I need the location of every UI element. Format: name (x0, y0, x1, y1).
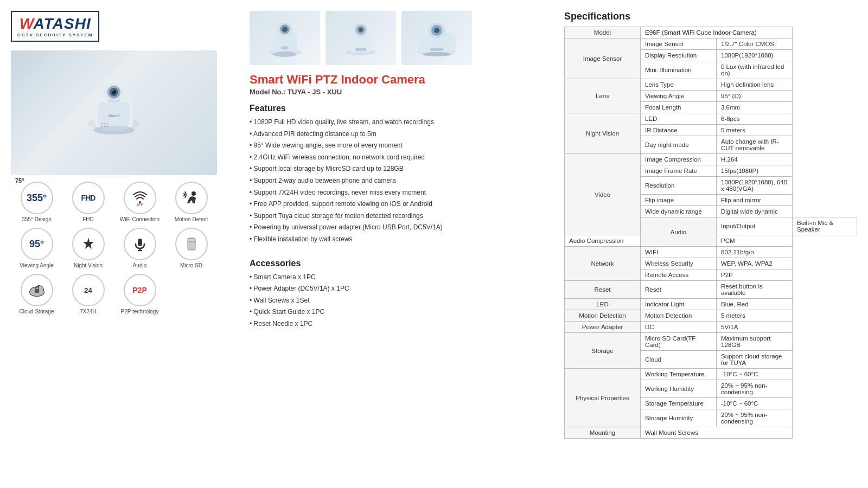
svg-point-8 (112, 90, 113, 92)
feature-11: Flexible installation by wall screws (250, 234, 553, 246)
spec-val-phys1: -10°C ~ 60°C (717, 369, 793, 380)
svg-rect-57 (430, 48, 443, 51)
spec-cat-video: Video (565, 154, 641, 235)
product-thumb-3 (401, 11, 472, 65)
spec-cat-led: LED (565, 299, 641, 310)
specs-table: Model E96F (Smart WiFi Cube Indoor Camer… (564, 27, 857, 439)
spec-val-mounting: Wall Mount Screws (641, 427, 793, 439)
spec-row-imagesensor1: Image Sensor Image Sensor 1/2.7" Color C… (565, 38, 857, 50)
feature-icons-row3: Cloud Storage 24 7X24H P2P P2P technolog… (11, 274, 239, 314)
spec-val-night2: 5 meters (717, 125, 793, 136)
spec-val-night1: 6-8pcs (717, 113, 793, 125)
icon-cloud-circle (21, 274, 53, 306)
spec-val-lens2: 95° (D) (717, 91, 793, 102)
svg-text:Atashi: Atashi (107, 114, 120, 118)
feature-item-7x24: 24 7X24H (62, 274, 114, 314)
spec-cat-mounting: Mounting (565, 427, 641, 439)
spec-val-video5: Digital wide dynamic (717, 206, 793, 217)
main-camera-image: Atashi (11, 50, 217, 175)
spec-val-motion: 5 meters (717, 310, 793, 322)
svg-text:Wi-Fi: Wi-Fi (136, 203, 143, 206)
spec-sub-phys4: Storage Humidity (641, 409, 717, 427)
svg-point-56 (434, 28, 436, 30)
spec-sub-night3: Day night mode (641, 136, 717, 154)
feature-8: Free APP provided, support remote viewin… (250, 198, 553, 210)
label-p2p: P2P technology (121, 309, 159, 314)
label-355: 355° Design (22, 216, 52, 222)
feature-item-95: 95° Viewing Angle (11, 228, 62, 268)
icon-fhd: FHD (81, 194, 95, 202)
feature-6: Support 2-way audio between phone and ca… (250, 175, 553, 187)
accessory-5: Reset Needle x 1PC (250, 318, 553, 330)
spec-cat-storage: Storage (565, 333, 641, 369)
svg-rect-21 (138, 239, 142, 246)
feature-10: Powering by universal power adapter (Mic… (250, 222, 553, 234)
svg-marker-20 (83, 237, 94, 249)
svg-point-15 (101, 126, 103, 127)
product-title-area: Smart WiFi PTZ Indoor Camera Model No.: … (250, 73, 553, 96)
product-thumb-1 (250, 11, 320, 65)
spec-row-reset: Reset Reset Reset button is available (565, 281, 857, 299)
accessories-section-title: Accessories (250, 259, 553, 268)
icon-355-circle: 355° (21, 182, 53, 214)
spec-val-power: 5V/1A (717, 322, 793, 333)
spec-val-lens1: High definition lens (717, 79, 793, 91)
spec-val-phys4: 20% ~ 95% non-condensing (717, 409, 793, 427)
spec-val-video4: Flip and mirror (717, 195, 793, 206)
spec-cat-physical: Physical Properties (565, 369, 641, 427)
spec-cat-motion: Motion Detection (565, 310, 641, 322)
feature-item-nightvision: Night Vision (62, 228, 114, 268)
feature-item-fhd: FHD FHD (62, 182, 114, 222)
feature-7: Support 7X24H video recordings, never mi… (250, 187, 553, 199)
feature-item-wifi: Wi-Fi WiFi Connection (114, 182, 165, 222)
logo-area: WATASHI CCTV SECURITY SYSTEM (11, 11, 239, 42)
logo-rest: ATASHI (34, 15, 91, 32)
mid-column: Smart WiFi PTZ Indoor Camera Model No.: … (250, 11, 553, 439)
feature-1: 1080P Full HD video quality, live stream… (250, 117, 553, 129)
feature-9: Support Tuya cloud storage for motion de… (250, 210, 553, 222)
night-vision-icon (80, 235, 97, 253)
spec-sub-audio2: Audio Compression (565, 235, 641, 247)
spec-sub-phys2: Working Humidity (641, 380, 717, 398)
motion-icon (183, 189, 200, 207)
spec-val-night3: Auto change with IR-CUT removable (717, 136, 793, 154)
spec-val-net3: P2P (717, 269, 793, 281)
spec-row-phys1: Physical Properties Working Temperature … (565, 369, 857, 380)
spec-sub-net1: WIFI (641, 247, 717, 258)
svg-point-17 (107, 126, 108, 127)
spec-val-imagesensor1: 1/2.7" Color CMOS (717, 38, 793, 50)
product-images-row (250, 11, 553, 65)
spec-val-video3: 1080P(1920*1080), 640 x 480(VGA) (717, 177, 793, 195)
audio-icon (131, 235, 149, 253)
thumb2-illustration (336, 16, 385, 60)
spec-sub-storage2: Cloud (641, 351, 717, 369)
spec-sub-night1: LED (641, 113, 717, 125)
spec-cat-lens: Lens (565, 79, 641, 113)
icon-355: 355° (27, 192, 47, 204)
icon-95-circle: 95° (21, 228, 53, 260)
spec-sub-video2: Image Frame Rate (641, 165, 717, 177)
features-icons-section: 75° 355° 355° Design FHD FHD (11, 182, 239, 314)
feature-5: Support local storage by MicroSD card up… (250, 163, 553, 175)
spec-cat-nightvision: Night Vision (565, 113, 641, 154)
spec-val-storage1: Maximum support 128GB (717, 333, 793, 351)
icon-p2p: P2P (132, 286, 146, 294)
svg-point-42 (283, 28, 285, 29)
svg-point-49 (359, 28, 363, 32)
icon-95: 95° (29, 239, 44, 250)
spec-row-motion: Motion Detection Motion Detection 5 mete… (565, 310, 857, 322)
spec-row-video1: Video Image Compression H.264 (565, 154, 857, 165)
product-title: Smart WiFi PTZ Indoor Camera (250, 73, 553, 87)
spec-sub-video3: Resolution (641, 177, 717, 195)
label-motion: Motion Detect (175, 216, 208, 222)
product-thumb-2 (326, 11, 396, 65)
feature-2: Advanced PIR detecting distance up to 5m (250, 129, 553, 140)
wifi-icon: Wi-Fi (131, 189, 149, 207)
label-7x24: 7X24H (80, 309, 97, 314)
svg-rect-36 (35, 289, 39, 293)
accessory-4: Quick Start Guide x 1PC (250, 306, 553, 318)
svg-point-41 (282, 27, 288, 32)
accessory-3: Wall Screws x 1Set (250, 295, 553, 307)
spec-val-reset: Reset button is available (717, 281, 793, 299)
spec-cat-network: Network (565, 247, 641, 281)
